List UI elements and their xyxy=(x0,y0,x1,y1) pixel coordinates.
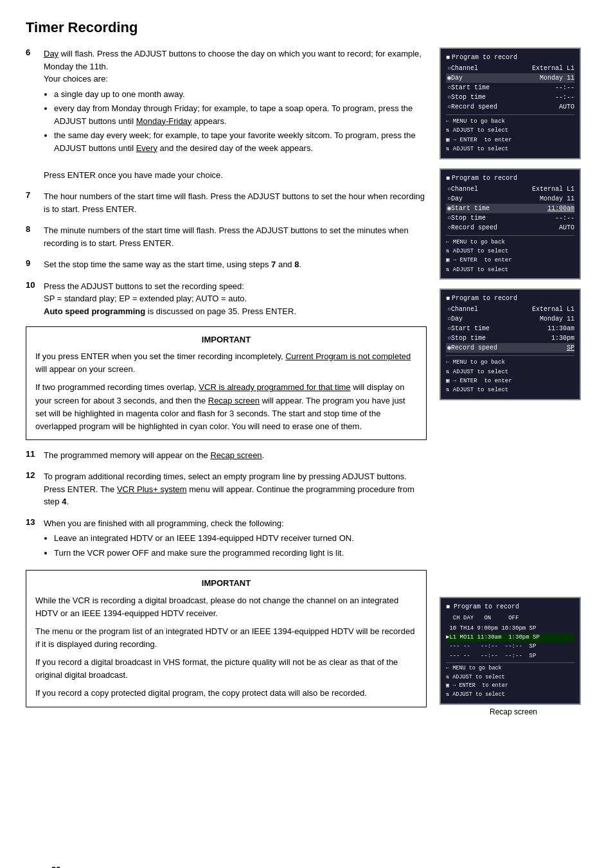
osd-controls-2: ← MENU to go back ⇅ ADJUST to select ▣ →… xyxy=(446,235,574,275)
osd-row-start-1: ○Start time--:-- xyxy=(446,83,574,93)
important-box-2: IMPORTANT While the VCR is recording a d… xyxy=(26,570,427,707)
osd-row-start-3: ○Start time11:30am xyxy=(446,324,574,333)
step-6-content: Day will flash. Press the ADJUST buttons… xyxy=(44,48,427,181)
important-para-2d: If you record a copy protected digital p… xyxy=(35,687,417,700)
osd-controls-1: ← MENU to go back ⇅ ADJUST to select ▣ →… xyxy=(446,114,574,154)
recap-controls: ← MENU to go back ⇅ ADJUST to select ▣ →… xyxy=(446,662,574,699)
step-13-bullet-2: Turn the VCR power OFF and make sure the… xyxy=(54,547,427,560)
step-8: 8 The minute numbers of the start time w… xyxy=(26,224,427,249)
osd-title-3: ■ Program to record xyxy=(446,294,574,303)
step-num-8: 8 xyxy=(26,224,37,234)
page-number: 30 xyxy=(51,865,60,868)
osd-screen-1: ■ Program to record ○ChannelExternal L1 … xyxy=(440,48,581,159)
osd-recap-screen: ■ Program to record CH DAY ON OFF 10 TH1… xyxy=(440,597,581,704)
step-12-content: To program additional recording times, s… xyxy=(44,470,427,508)
step-13-content: When you are finished with all programmi… xyxy=(44,517,427,562)
left-content: 6 Day will flash. Press the ADJUST butto… xyxy=(26,48,427,716)
important-para-2b: The menu or the program list of an integ… xyxy=(35,625,417,651)
osd-row-day-3: ○DayMonday 11 xyxy=(446,314,574,324)
step-num-12: 12 xyxy=(26,470,37,480)
recap-row-1: 10 TH14 9:00pm 10:30pm SP xyxy=(446,624,574,633)
osd-row-stop-1: ○Stop time--:-- xyxy=(446,93,574,102)
step-7: 7 The hour numbers of the start time wil… xyxy=(26,190,427,215)
important-para-2c: If you record a digital broadcast in VHS… xyxy=(35,656,417,682)
step-11: 11 The programmed memory will appear on … xyxy=(26,449,427,462)
recap-screen-label: Recap screen xyxy=(440,707,587,716)
osd-screen-3: ■ Program to record ○ChannelExternal L1 … xyxy=(440,288,581,400)
step-12: 12 To program additional recording times… xyxy=(26,470,427,508)
step-10: 10 Press the ADJUST buttons to set the r… xyxy=(26,280,427,318)
step-num-9: 9 xyxy=(26,258,37,268)
osd-screen-2: ■ Program to record ○ChannelExternal L1 … xyxy=(440,168,581,280)
important-box-1: IMPORTANT If you press ENTER when you se… xyxy=(26,326,427,440)
osd-row-channel-1: ○ChannelExternal L1 xyxy=(446,64,574,73)
osd-row-day-1: ◉DayMonday 11 xyxy=(446,73,574,83)
step-6: 6 Day will flash. Press the ADJUST butto… xyxy=(26,48,427,181)
recap-row-2: ►L1 MO11 11:30am 1:30pm SP xyxy=(446,633,574,642)
recap-row-4: --- -- --:-- --:-- SP xyxy=(446,651,574,660)
step-8-content: The minute numbers of the start time wil… xyxy=(44,224,427,249)
important-title-1: IMPORTANT xyxy=(35,333,417,346)
osd-row-speed-2: ○Record speedAUTO xyxy=(446,223,574,233)
important-para-2a: While the VCR is recording a digital bro… xyxy=(35,594,417,620)
step-10-content: Press the ADJUST buttons to set the reco… xyxy=(44,280,427,318)
recap-header: CH DAY ON OFF xyxy=(446,614,574,623)
step-13-bullet-1: Leave an integrated HDTV or an IEEE 1394… xyxy=(54,532,427,545)
osd-row-speed-1: ○Record speedAUTO xyxy=(446,102,574,112)
important-title-2: IMPORTANT xyxy=(35,577,417,590)
step-13: 13 When you are finished with all progra… xyxy=(26,517,427,562)
recap-row-3: --- -- --:-- --:-- SP xyxy=(446,642,574,651)
osd-row-speed-3: ◉Record speedSP xyxy=(446,343,574,353)
step-num-13: 13 xyxy=(26,517,37,527)
step-6-bullet-1: a single day up to one month away. xyxy=(54,88,427,101)
important-para-1b: If two programmed recording times overla… xyxy=(35,381,417,433)
step-9-content: Set the stop time the same way as the st… xyxy=(44,258,427,271)
recap-title: ■ Program to record xyxy=(446,602,574,612)
spacer xyxy=(440,409,587,589)
step-num-7: 7 xyxy=(26,190,37,200)
right-column: ■ Program to record ○ChannelExternal L1 … xyxy=(440,48,587,716)
recap-screen-wrapper: ■ Program to record CH DAY ON OFF 10 TH1… xyxy=(440,597,587,716)
osd-title-2: ■ Program to record xyxy=(446,173,574,183)
step6-day-word: Day xyxy=(44,49,58,58)
step-num-11: 11 xyxy=(26,449,37,459)
osd-row-channel-3: ○ChannelExternal L1 xyxy=(446,305,574,314)
step-6-list: a single day up to one month away. every… xyxy=(54,88,427,155)
osd-title-1: ■ Program to record xyxy=(446,53,574,62)
osd-row-channel-2: ○ChannelExternal L1 xyxy=(446,184,574,194)
osd-row-stop-2: ○Stop time--:-- xyxy=(446,213,574,223)
osd-row-day-2: ○DayMonday 11 xyxy=(446,194,574,204)
osd-controls-3: ← MENU to go back ⇅ ADJUST to select ▣ →… xyxy=(446,355,574,395)
page-title: Timer Recording xyxy=(26,19,587,36)
step-11-content: The programmed memory will appear on the… xyxy=(44,449,427,462)
step-6-bullet-3: the same day every week; for example, to… xyxy=(54,129,427,154)
osd-row-stop-3: ○Stop time1:30pm xyxy=(446,333,574,343)
step-9: 9 Set the stop time the same way as the … xyxy=(26,258,427,271)
step-num-10: 10 xyxy=(26,280,37,290)
important-para-1a: If you press ENTER when you set the time… xyxy=(35,350,417,376)
step-7-content: The hour numbers of the start time will … xyxy=(44,190,427,215)
step-13-list: Leave an integrated HDTV or an IEEE 1394… xyxy=(54,532,427,559)
step-num-6: 6 xyxy=(26,48,37,57)
step-6-bullet-2: every day from Monday through Friday; fo… xyxy=(54,102,427,127)
osd-row-start-2: ◉Start time11:00am xyxy=(446,204,574,213)
